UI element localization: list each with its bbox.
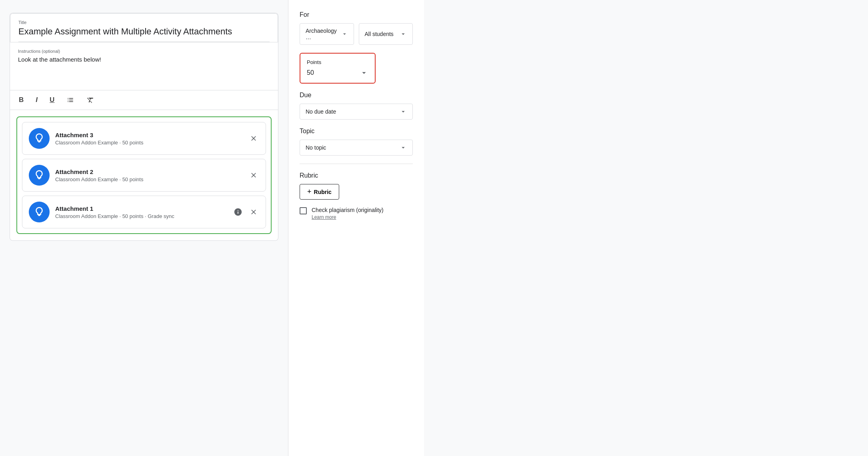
list-icon <box>66 96 74 104</box>
attachment-card-1: Attachment 1 Classroom Addon Example · 5… <box>22 196 266 228</box>
points-dropdown[interactable] <box>360 68 368 77</box>
addon-icon-2 <box>33 169 45 181</box>
attachment-icon-2 <box>29 165 50 186</box>
title-label: Title <box>18 20 270 25</box>
plagiarism-text-group: Check plagiarism (originality) Learn mor… <box>312 207 384 220</box>
clear-format-button[interactable] <box>84 94 97 106</box>
close-icon-2 <box>250 171 258 179</box>
plagiarism-section: Check plagiarism (originality) Learn mor… <box>300 207 413 220</box>
chevron-down-icon-topic <box>400 144 407 151</box>
attachment-info-2: Attachment 2 Classroom Addon Example · 5… <box>55 168 242 182</box>
for-section: For Archaeology … All students <box>300 11 413 45</box>
points-box: Points 50 <box>300 53 376 84</box>
underline-button[interactable]: U <box>47 94 57 106</box>
attachment-actions-3 <box>248 133 259 144</box>
attachment-meta-2: Classroom Addon Example · 50 points <box>55 176 242 182</box>
points-label: Points <box>307 59 368 65</box>
points-value-row: 50 <box>307 68 368 77</box>
course-dropdown[interactable]: Archaeology … <box>300 23 354 45</box>
plagiarism-checkbox[interactable] <box>300 207 307 214</box>
due-section: Due No due date <box>300 92 413 120</box>
bold-button[interactable]: B <box>16 94 26 106</box>
course-value: Archaeology … <box>306 28 341 40</box>
rubric-section: Rubric + Rubric <box>300 172 413 200</box>
points-value: 50 <box>307 69 314 76</box>
title-section: Title <box>10 13 278 42</box>
due-label: Due <box>300 92 413 99</box>
info-attachment-1-button[interactable] <box>232 206 244 218</box>
instructions-text: Look at the attachments below! <box>18 56 270 63</box>
attachment-icon-3 <box>29 128 50 149</box>
attachment-icon-1 <box>29 202 50 222</box>
close-icon-1 <box>250 208 258 216</box>
attachment-name-2: Attachment 2 <box>55 168 242 175</box>
for-row: Archaeology … All students <box>300 23 413 45</box>
title-input[interactable] <box>18 26 270 42</box>
list-button[interactable] <box>64 94 77 106</box>
attachment-actions-2 <box>248 170 259 181</box>
learn-more-link[interactable]: Learn more <box>312 214 384 220</box>
remove-attachment-1-button[interactable] <box>248 206 259 218</box>
topic-value: No topic <box>306 144 326 151</box>
right-panel: For Archaeology … All students Points 50 <box>288 0 424 456</box>
topic-section: Topic No topic <box>300 128 413 164</box>
attachment-name-1: Attachment 1 <box>55 205 226 212</box>
chevron-down-icon-students <box>400 30 407 38</box>
attachment-meta-1: Classroom Addon Example · 50 points · Gr… <box>55 213 226 219</box>
instructions-label: Instructions (optional) <box>18 49 270 54</box>
chevron-down-icon-points <box>360 68 368 77</box>
clear-format-icon <box>86 96 94 104</box>
attachment-actions-1 <box>232 206 259 218</box>
plus-icon: + <box>307 188 312 196</box>
info-icon-1 <box>234 208 242 216</box>
italic-button[interactable]: I <box>33 94 40 106</box>
due-dropdown[interactable]: No due date <box>300 104 413 120</box>
bold-icon: B <box>19 96 24 104</box>
underline-icon: U <box>50 96 54 104</box>
remove-attachment-2-button[interactable] <box>248 170 259 181</box>
attachments-container: Attachment 3 Classroom Addon Example · 5… <box>10 110 278 241</box>
remove-attachment-3-button[interactable] <box>248 133 259 144</box>
topic-label: Topic <box>300 128 413 135</box>
attachment-meta-3: Classroom Addon Example · 50 points <box>55 140 242 146</box>
students-value: All students <box>365 31 394 37</box>
addon-icon-3 <box>33 132 45 144</box>
toolbar-section: B I U <box>10 90 278 110</box>
add-rubric-button[interactable]: + Rubric <box>300 184 339 200</box>
topic-dropdown[interactable]: No topic <box>300 140 413 156</box>
addon-icon-1 <box>33 206 45 218</box>
chevron-down-icon <box>341 30 348 38</box>
attachment-card-2: Attachment 2 Classroom Addon Example · 5… <box>22 159 266 192</box>
attachment-info-3: Attachment 3 Classroom Addon Example · 5… <box>55 132 242 146</box>
points-section: Points 50 <box>300 53 413 84</box>
instructions-section: Instructions (optional) Look at the atta… <box>10 42 278 90</box>
attachment-card-3: Attachment 3 Classroom Addon Example · 5… <box>22 122 266 155</box>
italic-icon: I <box>36 96 38 104</box>
for-label: For <box>300 11 413 18</box>
plagiarism-label: Check plagiarism (originality) <box>312 207 384 213</box>
rubric-btn-label: Rubric <box>314 189 332 195</box>
chevron-down-icon-due <box>400 108 407 115</box>
due-value: No due date <box>306 108 336 115</box>
rubric-label: Rubric <box>300 172 413 179</box>
attachments-list: Attachment 3 Classroom Addon Example · 5… <box>16 116 272 234</box>
students-dropdown[interactable]: All students <box>359 23 413 45</box>
close-icon-3 <box>250 134 258 142</box>
attachment-name-3: Attachment 3 <box>55 132 242 138</box>
attachment-info-1: Attachment 1 Classroom Addon Example · 5… <box>55 205 226 219</box>
